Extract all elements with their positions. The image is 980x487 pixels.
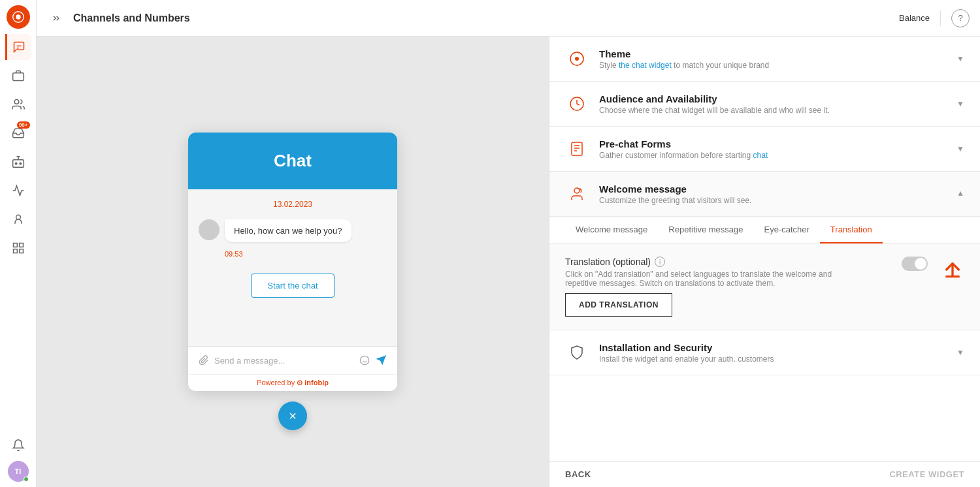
sidebar-item-inbox[interactable]: 99+ — [5, 120, 31, 146]
expand-button[interactable] — [47, 9, 65, 27]
emoji-icon[interactable] — [359, 355, 370, 366]
tab-welcome-message[interactable]: Welcome message — [565, 217, 658, 244]
svg-rect-6 — [12, 160, 24, 168]
app-logo[interactable] — [7, 5, 30, 29]
theme-header[interactable]: Theme Style the chat widget to match you… — [549, 37, 980, 81]
topbar-divider — [940, 10, 941, 26]
chat-date: 13.02.2023 — [199, 200, 387, 209]
add-translation-button[interactable]: ADD TRANSLATION — [565, 293, 672, 317]
theme-icon — [565, 47, 589, 71]
audience-title: Audience and Availability — [599, 93, 956, 104]
prechat-header[interactable]: Pre-chat Forms Gather customer informati… — [549, 127, 980, 171]
translation-toggle[interactable] — [902, 257, 928, 271]
audience-section: Audience and Availability Choose where t… — [549, 82, 980, 127]
powered-by: Powered by ⊙ infobip — [188, 374, 397, 391]
translation-info: Translation (optional) i Click on "Add t… — [565, 257, 902, 288]
help-button[interactable]: ? — [951, 9, 970, 27]
svg-point-20 — [575, 57, 579, 61]
welcome-tabs: Welcome message Repetitive message Eye-c… — [549, 217, 980, 244]
theme-chevron: ▼ — [956, 54, 964, 63]
tab-repetitive-message[interactable]: Repetitive message — [658, 217, 753, 244]
theme-title: Theme — [599, 48, 956, 59]
toggle-area — [902, 257, 964, 283]
sidebar-item-contacts[interactable] — [5, 91, 31, 118]
translation-desc: Click on "Add translation" and select la… — [565, 270, 866, 288]
sidebar-bottom: TI — [5, 432, 31, 482]
audience-chevron: ▼ — [956, 99, 964, 108]
sidebar-item-notifications[interactable] — [5, 432, 31, 458]
prechat-section: Pre-chat Forms Gather customer informati… — [549, 127, 980, 172]
svg-rect-4 — [12, 73, 24, 81]
upload-arrow-icon — [941, 257, 964, 283]
sidebar-nav: 99+ — [5, 34, 31, 432]
welcome-header[interactable]: Welcome message Customize the greeting t… — [549, 172, 980, 217]
welcome-title: Welcome message — [599, 183, 956, 195]
chat-header: Chat — [188, 133, 397, 189]
svg-point-9 — [16, 215, 20, 219]
sidebar-item-templates[interactable] — [5, 235, 31, 261]
translation-label: Translation (optional) i — [565, 257, 902, 267]
prechat-subtitle: Gather customer information before start… — [599, 151, 956, 160]
sidebar-item-conversations[interactable] — [5, 34, 31, 60]
svg-rect-10 — [13, 244, 17, 247]
sidebar-item-bots[interactable] — [5, 149, 31, 175]
svg-rect-13 — [19, 249, 23, 253]
bottom-bar: BACK CREATE WIDGET — [549, 461, 980, 487]
installation-title: Installation and Security — [599, 342, 956, 353]
tab-translation[interactable]: Translation — [820, 217, 883, 244]
audience-icon — [565, 92, 589, 116]
installation-text: Installation and Security Install the wi… — [599, 342, 956, 364]
avatar-initials: TI — [15, 467, 22, 475]
sidebar-item-team[interactable] — [5, 206, 31, 232]
audience-subtitle: Choose where the chat widget will be ava… — [599, 106, 956, 115]
sidebar-item-analytics[interactable] — [5, 178, 31, 204]
create-widget-button[interactable]: CREATE WIDGET — [889, 469, 964, 479]
agent-avatar — [199, 219, 220, 240]
start-chat-button[interactable]: Start the chat — [251, 274, 334, 298]
translation-info-icon[interactable]: i — [655, 257, 665, 267]
chat-input-row: Send a message... — [188, 346, 397, 374]
svg-point-14 — [360, 356, 368, 364]
send-icon[interactable] — [375, 354, 387, 366]
chat-message-row: Hello, how can we help you? — [199, 219, 387, 242]
prechat-title: Pre-chat Forms — [599, 138, 956, 149]
chat-close-button[interactable]: × — [278, 401, 307, 430]
svg-point-7 — [15, 163, 17, 165]
prechat-chevron: ▼ — [956, 144, 964, 153]
balance-label[interactable]: Balance — [899, 13, 930, 23]
chat-header-title: Chat — [201, 151, 384, 171]
right-panel: Theme Style the chat widget to match you… — [549, 37, 980, 487]
theme-subtitle: Style the chat widget to match your uniq… — [599, 61, 956, 70]
chat-input-placeholder[interactable]: Send a message... — [214, 356, 354, 366]
translation-content: Translation (optional) i Click on "Add t… — [549, 244, 980, 330]
main-content: Chat 13.02.2023 Hello, how can we help y… — [37, 37, 980, 487]
powered-by-text: Powered by — [257, 379, 295, 386]
audience-header[interactable]: Audience and Availability Choose where t… — [549, 82, 980, 126]
svg-rect-12 — [13, 249, 17, 253]
inbox-badge: 99+ — [17, 121, 30, 129]
topbar: Channels and Numbers Balance ? — [37, 0, 980, 37]
chat-message-time: 09:53 — [225, 250, 387, 258]
svg-point-8 — [20, 163, 22, 165]
tab-eye-catcher[interactable]: Eye-catcher — [753, 217, 819, 244]
attachment-icon[interactable] — [199, 355, 209, 366]
installation-section: Installation and Security Install the wi… — [549, 330, 980, 375]
svg-point-1 — [16, 14, 20, 19]
installation-chevron: ▼ — [956, 348, 964, 357]
chat-widget-preview: Chat 13.02.2023 Hello, how can we help y… — [188, 133, 397, 391]
prechat-icon — [565, 137, 589, 161]
svg-rect-22 — [572, 142, 582, 155]
chat-widget-wrapper: Chat 13.02.2023 Hello, how can we help y… — [188, 133, 397, 391]
theme-section: Theme Style the chat widget to match you… — [549, 37, 980, 82]
welcome-subtitle: Customize the greeting that visitors wil… — [599, 196, 956, 205]
back-button[interactable]: BACK — [565, 469, 591, 479]
right-content: Theme Style the chat widget to match you… — [549, 37, 980, 461]
page-title: Channels and Numbers — [73, 12, 899, 24]
installation-header[interactable]: Installation and Security Install the wi… — [549, 330, 980, 375]
sidebar-item-broadcast[interactable] — [5, 63, 31, 89]
audience-text: Audience and Availability Choose where t… — [599, 93, 956, 115]
svg-marker-18 — [376, 356, 386, 366]
toggle-track[interactable] — [902, 257, 928, 271]
user-avatar[interactable]: TI — [8, 461, 29, 482]
welcome-section: Welcome message Customize the greeting t… — [549, 172, 980, 330]
